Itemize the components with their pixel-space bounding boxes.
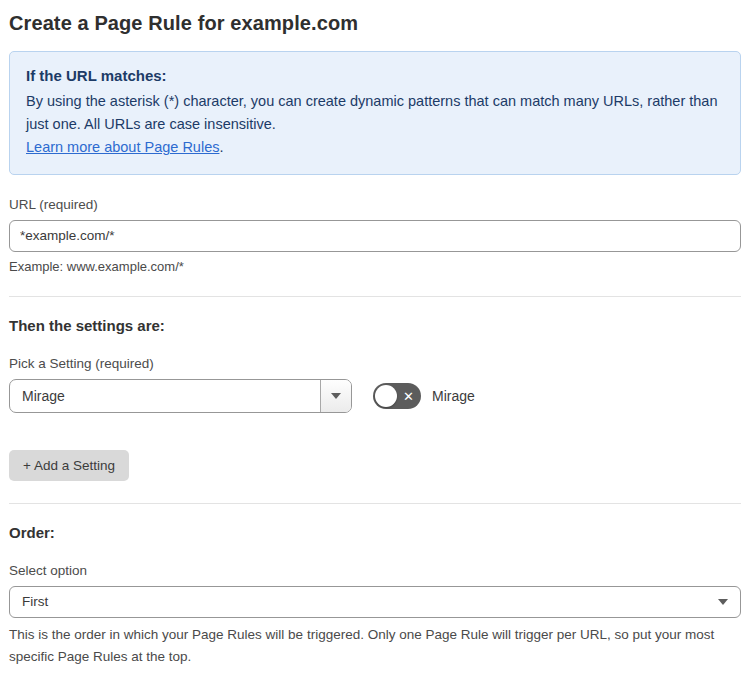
page-rule-form: Create a Page Rule for example.com If th… [0, 0, 750, 684]
chevron-down-icon [331, 393, 341, 399]
chevron-down-icon [718, 599, 728, 605]
divider [9, 296, 741, 297]
add-setting-button[interactable]: + Add a Setting [9, 450, 129, 481]
info-box-body: By using the asterisk (*) character, you… [26, 90, 724, 136]
mirage-toggle[interactable]: ✕ [373, 383, 421, 409]
pick-setting-label: Pick a Setting (required) [9, 356, 741, 371]
link-period: . [219, 139, 223, 155]
order-select-value: First [22, 594, 48, 609]
url-helper-text: Example: www.example.com/* [9, 259, 741, 274]
order-select-label: Select option [9, 563, 741, 578]
learn-more-link[interactable]: Learn more about Page Rules [26, 139, 219, 155]
toggle-label: Mirage [432, 388, 475, 404]
order-helper-text: This is the order in which your Page Rul… [9, 624, 741, 669]
info-box-heading: If the URL matches: [26, 64, 724, 88]
toggle-knob [375, 385, 397, 407]
setting-select-arrow-button[interactable] [320, 380, 351, 412]
page-title: Create a Page Rule for example.com [9, 12, 741, 35]
toggle-off-x-icon: ✕ [403, 389, 414, 402]
url-match-info-box: If the URL matches: By using the asteris… [9, 51, 741, 175]
url-field-label: URL (required) [9, 197, 741, 212]
info-box-link-row: Learn more about Page Rules. [26, 136, 724, 159]
setting-select-value: Mirage [10, 380, 320, 412]
setting-row: Mirage ✕ Mirage [9, 379, 741, 413]
setting-select[interactable]: Mirage [9, 379, 352, 413]
url-input[interactable] [9, 220, 741, 252]
divider [9, 503, 741, 504]
order-select[interactable]: First [9, 586, 741, 618]
order-section-heading: Order: [9, 524, 741, 541]
settings-section-heading: Then the settings are: [9, 317, 741, 334]
